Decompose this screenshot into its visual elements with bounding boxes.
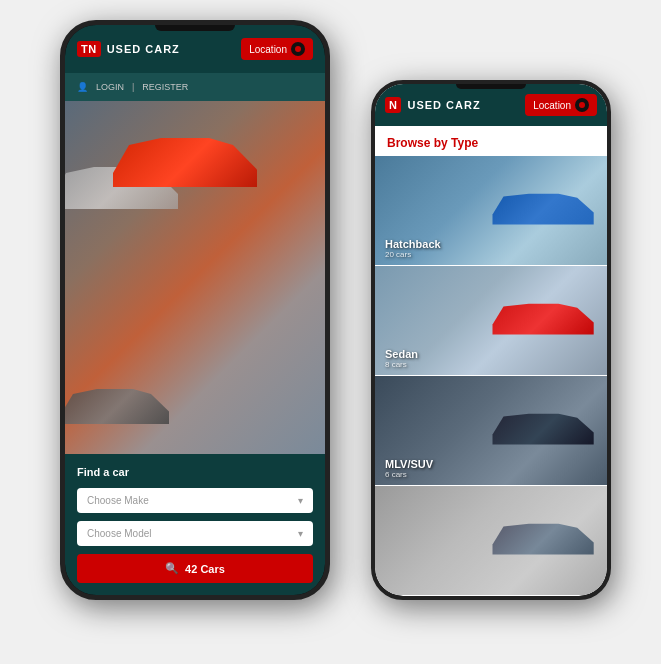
make-chevron-icon: ▾	[298, 495, 303, 506]
section-title-highlight: Type	[451, 136, 478, 150]
register-link[interactable]: REGISTER	[142, 82, 188, 92]
phone1-hero	[65, 101, 325, 454]
login-link[interactable]: LOGIN	[96, 82, 124, 92]
phone2-screen: N USED CARZ Location Browse by Type Hatc…	[375, 84, 607, 596]
card-hatchback[interactable]: Hatchback 20 cars	[375, 156, 607, 266]
phone2-tn-badge: N	[385, 97, 401, 113]
phone1-header: TN USED CARZ Location	[65, 25, 325, 73]
search-label: 42 Cars	[185, 563, 225, 575]
hatchback-car-icon	[487, 191, 597, 231]
phone2-notch	[456, 84, 526, 89]
phone1-screen: TN USED CARZ Location 👤 LOGIN | REGISTER…	[65, 25, 325, 595]
phone2-location-dot-icon	[575, 98, 589, 112]
search-icon: 🔍	[165, 562, 179, 575]
phone2-brand-name: USED CARZ	[407, 99, 480, 111]
card-suv[interactable]: MLV/SUV 6 cars	[375, 376, 607, 486]
user-icon: 👤	[77, 82, 88, 92]
make-select[interactable]: Choose Make ▾	[77, 488, 313, 513]
sedan-car-icon	[487, 301, 597, 341]
sedan-count: 8 cars	[385, 360, 418, 369]
suv-car-icon	[487, 411, 597, 451]
section-title: Browse by Type	[375, 126, 607, 156]
location-label: Location	[249, 44, 287, 55]
phone2-location-button[interactable]: Location	[525, 94, 597, 116]
phone2-header: N USED CARZ Location	[375, 84, 607, 126]
other-bg	[375, 486, 607, 595]
car-types-list: Hatchback 20 cars Sedan 8 cars	[375, 156, 607, 596]
card-sedan[interactable]: Sedan 8 cars	[375, 266, 607, 376]
phone1-nav: 👤 LOGIN | REGISTER	[65, 73, 325, 101]
suv-bg: MLV/SUV 6 cars	[375, 376, 607, 485]
phone2-location-label: Location	[533, 100, 571, 111]
suv-count: 6 cars	[385, 470, 433, 479]
location-button[interactable]: Location	[241, 38, 313, 60]
phone2-logo: N USED CARZ	[385, 97, 481, 113]
tn-badge: TN	[77, 41, 101, 57]
model-placeholder: Choose Model	[87, 528, 151, 539]
sedan-label: Sedan 8 cars	[385, 348, 418, 369]
hatchback-count: 20 cars	[385, 250, 441, 259]
section-title-prefix: Browse by	[387, 136, 451, 150]
brand-name: USED CARZ	[107, 43, 180, 55]
suv-label: MLV/SUV 6 cars	[385, 458, 433, 479]
hatchback-label: Hatchback 20 cars	[385, 238, 441, 259]
car-dark-silhouette	[65, 384, 175, 434]
model-chevron-icon: ▾	[298, 528, 303, 539]
search-button[interactable]: 🔍 42 Cars	[77, 554, 313, 583]
phone1-find-section: Find a car Choose Make ▾ Choose Model ▾ …	[65, 454, 325, 595]
find-title: Find a car	[77, 466, 313, 478]
nav-divider: |	[132, 82, 134, 92]
hatchback-bg: Hatchback 20 cars	[375, 156, 607, 265]
other-car-icon	[487, 521, 597, 561]
location-dot-icon	[291, 42, 305, 56]
sedan-bg: Sedan 8 cars	[375, 266, 607, 375]
phone2: N USED CARZ Location Browse by Type Hatc…	[371, 80, 611, 600]
phone1-notch	[155, 25, 235, 31]
phone1-logo: TN USED CARZ	[77, 41, 180, 57]
make-placeholder: Choose Make	[87, 495, 149, 506]
model-select[interactable]: Choose Model ▾	[77, 521, 313, 546]
phone1: TN USED CARZ Location 👤 LOGIN | REGISTER…	[60, 20, 330, 600]
card-other[interactable]	[375, 486, 607, 596]
